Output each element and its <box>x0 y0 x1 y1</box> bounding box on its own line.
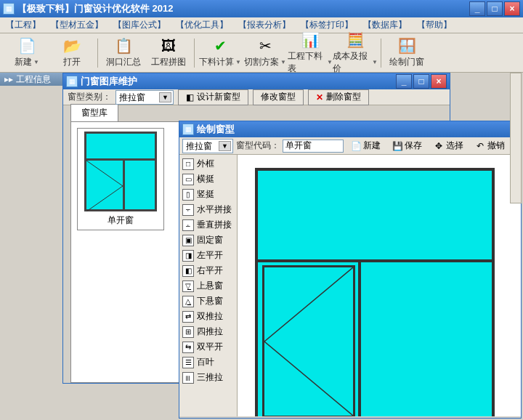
menu-library[interactable]: 【图库公式】 <box>113 19 166 31</box>
tool-label: 竖挺 <box>197 188 214 201</box>
tool-固定窗[interactable]: ▣固定窗 <box>181 233 235 248</box>
tool-水平拼接[interactable]: ⫟水平拼接 <box>181 202 235 217</box>
draw-window: ▦ 绘制窗型 推拉窗 窗型代码： 📄新建 💾保存 ✥选择 ↶撤销 □外框▭横挺▯… <box>179 121 522 419</box>
toolbar-icon: 🪟 <box>398 37 415 54</box>
minimize-button[interactable]: _ <box>469 1 485 16</box>
tool-label: 外框 <box>197 158 214 170</box>
menu-report[interactable]: 【报表分析】 <box>238 19 291 31</box>
delete-button[interactable]: ✕删除窗型 <box>308 89 369 105</box>
tool-下悬窗[interactable]: △̲下悬窗 <box>181 294 235 309</box>
tool-右平开[interactable]: ◧右平开 <box>181 263 235 278</box>
type-label: 窗型类别： <box>68 91 111 103</box>
draw-toolbar: 推拉窗 窗型代码： 📄新建 💾保存 ✥选择 ↶撤销 <box>179 137 521 155</box>
dropdown-icon: ▼ <box>372 59 378 65</box>
toolbar-成本及报价[interactable]: 🧮成本及报价▼ <box>333 36 378 70</box>
tool-四推拉[interactable]: ⊞四推拉 <box>181 324 235 339</box>
toolbar-label: 下料计算 <box>199 56 234 68</box>
lib-minimize-button[interactable]: _ <box>396 74 412 89</box>
tool-外框[interactable]: □外框 <box>181 156 235 171</box>
menu-label[interactable]: 【标签打印】 <box>301 19 353 31</box>
toolbar-label: 新建 <box>15 56 32 68</box>
lib-maximize-button[interactable]: □ <box>413 74 429 89</box>
tool-label: 横挺 <box>197 173 214 185</box>
draw-canvas[interactable] <box>238 155 521 416</box>
draw-type-select[interactable]: 推拉窗 <box>182 139 233 153</box>
tool-icon: ⊞ <box>182 326 194 338</box>
tool-横挺[interactable]: ▭横挺 <box>181 171 235 187</box>
tool-icon: ▭ <box>182 174 194 185</box>
design-icon: ◧ <box>186 92 194 102</box>
window-thumbnail[interactable]: 单开窗 <box>77 128 164 230</box>
dropdown-icon: ▼ <box>280 59 286 65</box>
library-titlebar[interactable]: ▦ 门窗图库维护 _ □ × <box>63 73 450 89</box>
tool-三推拉[interactable]: ⫼三推拉 <box>181 370 235 385</box>
menu-database[interactable]: 【数据库】 <box>363 19 407 31</box>
new-button[interactable]: 📄新建 <box>346 138 385 153</box>
collapse-icon[interactable]: ▸▸ <box>4 74 13 84</box>
toolbar-icon: 📂 <box>63 37 81 54</box>
tool-垂直拼接[interactable]: ⫠垂直拼接 <box>181 217 235 233</box>
tool-label: 三推拉 <box>197 371 223 384</box>
dropdown-icon: ▼ <box>33 59 39 65</box>
toolbar-工程下料表[interactable]: 📊工程下料表▼ <box>288 36 333 70</box>
menu-help[interactable]: 【帮助】 <box>417 19 452 31</box>
toolbar-工程拼图[interactable]: 🖼工程拼图 <box>146 36 191 70</box>
tool-label: 右平开 <box>197 264 223 277</box>
draw-titlebar[interactable]: ▦ 绘制窗型 <box>179 121 521 137</box>
close-button[interactable]: × <box>504 1 520 16</box>
type-select[interactable]: 推拉窗 <box>115 90 174 105</box>
window-drawing[interactable] <box>255 168 495 416</box>
menubar: 【工程】 【型材五金】 【图库公式】 【优化工具】 【报表分析】 【标签打印】 … <box>0 17 523 33</box>
toolbar-切割方案[interactable]: ✂切割方案▼ <box>243 36 288 70</box>
draw-icon: ▦ <box>182 124 194 135</box>
library-title: 门窗图库维护 <box>81 75 396 88</box>
library-icon: ▦ <box>66 76 78 87</box>
toolbar-绘制门窗[interactable]: 🪟绘制门窗 <box>384 36 429 70</box>
tool-label: 双推拉 <box>197 310 223 323</box>
save-button[interactable]: 💾保存 <box>388 138 426 153</box>
left-pane: ▸▸工程信息 <box>0 73 62 86</box>
tool-双推拉[interactable]: ⇄双推拉 <box>181 309 235 324</box>
tab-library[interactable]: 窗型库 <box>70 104 118 121</box>
tool-icon: △̲ <box>182 296 194 307</box>
menu-project[interactable]: 【工程】 <box>6 19 41 31</box>
undo-button[interactable]: ↶撤销 <box>471 138 509 153</box>
tool-icon: ▯ <box>182 189 194 201</box>
main-titlebar: ▦ 【极致下料】门窗设计优化软件 2012 _ □ × <box>0 0 523 17</box>
menu-material[interactable]: 【型材五金】 <box>51 19 103 31</box>
design-new-button[interactable]: ◧设计新窗型 <box>178 89 248 105</box>
app-icon: ▦ <box>3 3 15 15</box>
tool-百叶[interactable]: ☰百叶 <box>181 355 235 370</box>
main-toolbar: 📄新建▼📂打开📋洞口汇总🖼工程拼图✔下料计算▼✂切割方案▼📊工程下料表▼🧮成本及… <box>0 33 523 73</box>
toolbar-icon: 📊 <box>301 31 319 49</box>
tool-icon: ☰ <box>182 357 194 368</box>
draw-body: □外框▭横挺▯竖挺⫟水平拼接⫠垂直拼接▣固定窗◨左平开◧右平开▽̲上悬窗△̲下悬… <box>179 155 521 416</box>
tool-双平开[interactable]: ⇆双平开 <box>181 339 235 355</box>
tool-label: 下悬窗 <box>197 295 223 307</box>
code-input[interactable] <box>283 140 344 153</box>
delete-icon: ✕ <box>316 92 323 102</box>
draw-title: 绘制窗型 <box>197 123 518 136</box>
toolbar-新建[interactable]: 📄新建▼ <box>4 36 49 70</box>
tool-icon: ⫟ <box>182 204 194 216</box>
thumbnail-label: 单开窗 <box>108 214 134 227</box>
tool-label: 四推拉 <box>197 326 223 338</box>
scrollbar-v[interactable] <box>510 73 522 203</box>
maximize-button[interactable]: □ <box>487 1 503 16</box>
toolbar-label: 切割方案 <box>244 56 279 68</box>
toolbar-label: 绘制门窗 <box>389 56 424 68</box>
tool-左平开[interactable]: ◨左平开 <box>181 248 235 263</box>
toolbar-下料计算[interactable]: ✔下料计算▼ <box>198 36 243 70</box>
select-button[interactable]: ✥选择 <box>429 138 468 153</box>
tool-icon: ▽̲ <box>182 280 194 292</box>
toolbar-打开[interactable]: 📂打开 <box>49 36 94 70</box>
toolbar-洞口汇总[interactable]: 📋洞口汇总 <box>101 36 146 70</box>
undo-icon: ↶ <box>475 141 485 151</box>
modify-button[interactable]: 修改窗型 <box>253 89 304 105</box>
lib-close-button[interactable]: × <box>431 74 447 89</box>
tool-竖挺[interactable]: ▯竖挺 <box>181 187 235 202</box>
menu-optimize[interactable]: 【优化工具】 <box>176 19 228 31</box>
tool-icon: ▣ <box>182 235 194 246</box>
save-icon: 💾 <box>392 141 402 151</box>
tool-上悬窗[interactable]: ▽̲上悬窗 <box>181 278 235 294</box>
